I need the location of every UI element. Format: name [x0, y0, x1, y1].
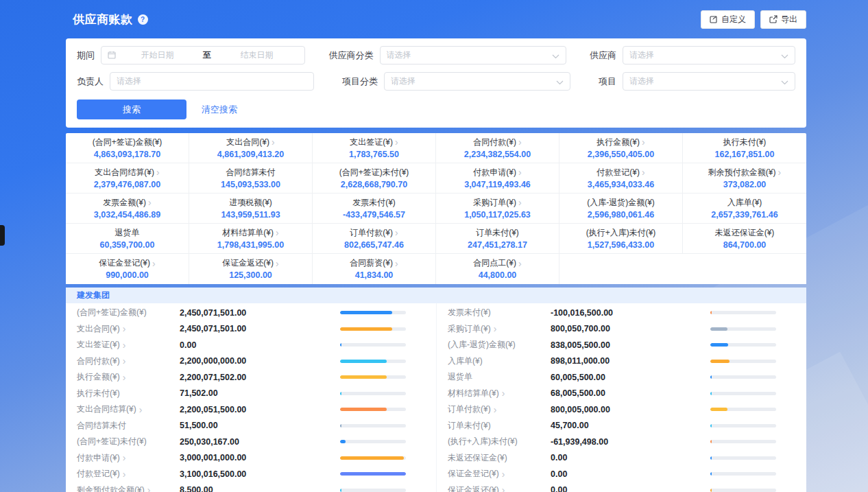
detail-label: 支出合同结算(¥)	[77, 403, 136, 415]
detail-column-left: (合同+签证)金额(¥) 2,450,071,501.00 支出合同(¥) › …	[66, 303, 436, 492]
supplier-label: 供应商	[590, 49, 616, 62]
detail-value: 2,200,071,502.00	[180, 373, 340, 382]
detail-row: 订单付款(¥) › 800,005,000.00	[437, 401, 806, 418]
chevron-right-icon[interactable]: ›	[123, 373, 126, 382]
clear-search-link[interactable]: 清空搜索	[202, 104, 237, 116]
detail-value: 800,005,000.00	[551, 405, 710, 414]
stat-label: 入库单(¥)	[727, 198, 762, 208]
supplier-category-select[interactable]: 请选择	[380, 46, 566, 65]
detail-value: 0.00	[551, 485, 710, 492]
detail-row: 入库单(¥) 898,011,000.00	[437, 353, 806, 370]
detail-row: 执行未付(¥) 71,502.00	[66, 386, 436, 402]
chevron-down-icon	[781, 75, 788, 88]
stat-cell[interactable]: 发票金额(¥) › 3,032,454,486.89	[66, 194, 189, 224]
stat-cell[interactable]: 付款登记(¥) › 3,465,934,033.46	[559, 163, 683, 194]
detail-label: 执行未付(¥)	[77, 388, 120, 399]
export-button[interactable]: 导出	[760, 10, 806, 29]
stat-cell: (入库-退货)金额(¥) 2,596,980,061.46	[559, 194, 683, 224]
stat-cell: 入库单(¥) 2,657,339,761.46	[683, 194, 806, 224]
detail-label: (执行+入库)未付(¥)	[448, 436, 518, 447]
stat-cell[interactable]: 合同薪资(¥) › 41,834.00	[313, 254, 436, 284]
period-range-input[interactable]: 开始日期 至 结束日期	[101, 46, 305, 65]
chevron-right-icon: ›	[395, 138, 398, 146]
chevron-right-icon[interactable]: ›	[139, 406, 143, 414]
stat-value: 2,657,339,761.46	[711, 210, 777, 220]
progress-fill	[340, 456, 404, 460]
progress-bar	[710, 360, 776, 363]
stat-value: 41,834.00	[355, 270, 394, 280]
progress-fill	[340, 343, 341, 347]
stat-cell[interactable]: 合同点工(¥) › 44,800.00	[436, 254, 559, 284]
detail-label: 退货单	[448, 371, 472, 383]
supplier-select[interactable]: 请选择	[623, 46, 795, 65]
stat-cell[interactable]: 支出合同结算(¥) › 2,379,476,087.00	[66, 163, 189, 194]
stat-cell[interactable]: 采购订单(¥) › 1,050,117,025.63	[436, 194, 559, 224]
progress-bar	[340, 489, 406, 492]
supplier-category-label: 供应商分类	[329, 49, 374, 62]
chevron-right-icon[interactable]: ›	[123, 325, 126, 333]
stat-cell: (合同+签证)未付(¥) 2,628,668,790.70	[313, 163, 436, 194]
search-button[interactable]: 搜索	[77, 99, 186, 119]
stat-cell[interactable]: 合同付款(¥) › 2,234,382,554.00	[436, 133, 559, 163]
project-category-select[interactable]: 请选择	[384, 72, 570, 91]
chevron-right-icon[interactable]: ›	[123, 470, 126, 478]
stat-label: 付款登记(¥)	[596, 167, 640, 178]
drawer-handle[interactable]	[0, 225, 5, 246]
chevron-right-icon[interactable]: ›	[494, 406, 497, 414]
chevron-right-icon: ›	[395, 229, 398, 237]
stat-cell[interactable]: 支出签证(¥) › 1,783,765.50	[313, 133, 436, 163]
chevron-right-icon[interactable]: ›	[502, 470, 505, 478]
detail-row: 发票未付(¥) -100,016,500.00	[437, 305, 806, 321]
stat-value: 4,861,309,413.20	[217, 150, 284, 159]
progress-bar	[340, 375, 406, 379]
to-label: 至	[199, 49, 215, 61]
chevron-right-icon[interactable]: ›	[502, 389, 505, 397]
detail-value: 838,005,500.00	[551, 340, 710, 350]
end-date-placeholder[interactable]: 结束日期	[215, 49, 298, 61]
customize-button[interactable]: 自定义	[701, 10, 755, 29]
stat-cell[interactable]: 保证金登记(¥) › 990,000.00	[66, 254, 189, 284]
progress-fill	[340, 327, 392, 331]
stat-cell[interactable]: 付款申请(¥) › 3,047,119,493.46	[436, 163, 559, 194]
stat-cell[interactable]: 剩余预付款金额(¥) › 373,082.00	[683, 163, 806, 194]
detail-label: 付款登记(¥)	[77, 468, 120, 480]
detail-row: 退货单 60,005,500.00	[437, 369, 806, 386]
stat-cell[interactable]: 保证金返还(¥) › 125,300.00	[189, 254, 313, 284]
chevron-right-icon[interactable]: ›	[123, 341, 126, 349]
chevron-right-icon[interactable]: ›	[494, 325, 497, 333]
stat-cell[interactable]: 执行金额(¥) › 2,396,550,405.00	[559, 133, 683, 163]
stat-cell[interactable]: 订单付款(¥) › 802,665,747.46	[313, 224, 436, 254]
supplier-filter: 供应商 请选择	[590, 46, 795, 65]
detail-column-right: 发票未付(¥) -100,016,500.00 采购订单(¥) › 800,05…	[436, 303, 806, 492]
chevron-right-icon: ›	[272, 138, 275, 146]
progress-bar	[340, 472, 406, 476]
stat-value: 4,863,093,178.70	[94, 150, 160, 159]
stat-label: (入库-退货)金额(¥)	[587, 198, 655, 208]
progress-fill	[340, 489, 341, 492]
stat-label: 退货单	[115, 228, 140, 238]
owner-select[interactable]: 请选择	[110, 72, 314, 91]
group-panel: 建发集团 (合同+签证)金额(¥) 2,450,071,501.00 支出合同(…	[66, 288, 806, 492]
detail-row: 剩余预付款金额(¥) › 8,500.00	[66, 482, 436, 492]
progress-bar	[710, 440, 776, 443]
stat-value: 145,093,533.00	[221, 180, 280, 189]
page-title: 供应商账款	[73, 12, 133, 27]
project-filter: 项目 请选择	[599, 72, 795, 91]
group-name: 建发集团	[77, 290, 110, 301]
chevron-right-icon[interactable]: ›	[123, 454, 126, 462]
help-icon[interactable]: ?	[138, 14, 148, 25]
chevron-right-icon[interactable]: ›	[123, 357, 126, 365]
detail-value: -100,016,500.00	[551, 308, 710, 318]
detail-row: (执行+入库)未付(¥) -61,939,498.00	[437, 434, 806, 450]
chevron-right-icon[interactable]: ›	[502, 486, 505, 492]
export-icon	[769, 15, 777, 23]
start-date-placeholder[interactable]: 开始日期	[116, 49, 199, 61]
detail-value: 800,050,700.00	[551, 324, 710, 333]
detail-row: 付款登记(¥) › 3,100,016,500.00	[66, 466, 436, 482]
chevron-right-icon[interactable]: ›	[147, 486, 151, 492]
stat-cell[interactable]: 支出合同(¥) › 4,861,309,413.20	[189, 133, 313, 163]
stat-cell[interactable]: 材料结算单(¥) › 1,798,431,995.00	[189, 224, 313, 254]
detail-row: 合同结算未付 51,500.00	[66, 418, 436, 434]
stat-value: 1,050,117,025.63	[464, 210, 531, 220]
project-select[interactable]: 请选择	[623, 72, 795, 91]
